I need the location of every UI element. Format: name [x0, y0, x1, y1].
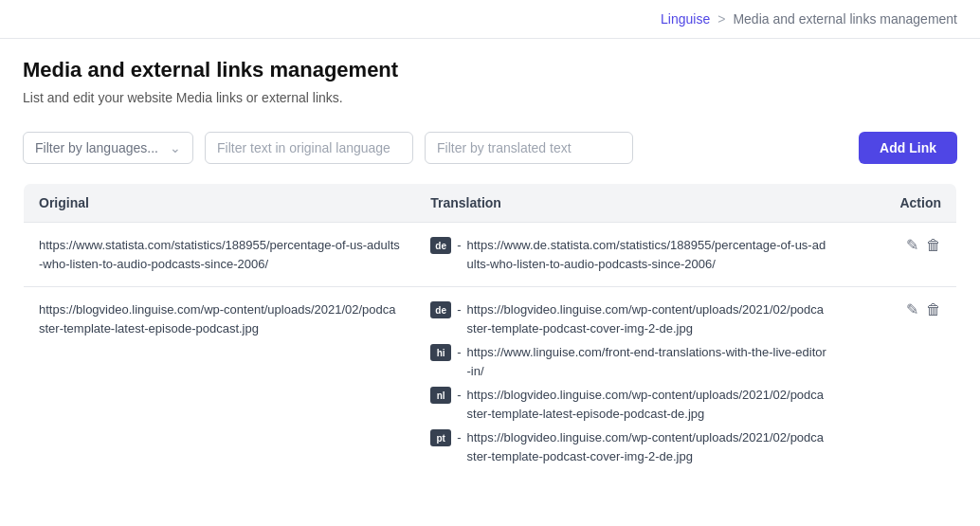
lang-badge: de: [430, 301, 451, 318]
breadcrumb-parent[interactable]: Linguise: [661, 11, 710, 27]
breadcrumb-separator: >: [717, 11, 725, 27]
table-row: https://www.statista.com/statistics/1889…: [24, 223, 957, 287]
translation-dash: -: [457, 386, 461, 405]
original-cell: https://blogvideo.linguise.com/wp-conten…: [24, 287, 416, 480]
language-filter-dropdown[interactable]: Filter by languages... ⌄: [23, 132, 193, 164]
translation-entry: de- https://blogvideo.linguise.com/wp-co…: [430, 300, 829, 337]
lang-badge: de: [430, 237, 451, 254]
page-subtitle: List and edit your website Media links o…: [23, 90, 957, 105]
translation-dash: -: [457, 236, 461, 255]
original-language-filter-input[interactable]: [205, 132, 413, 164]
links-table: Original Translation Action https://www.…: [23, 183, 957, 480]
translation-url[interactable]: https://www.de.statista.com/statistics/1…: [467, 236, 830, 273]
translation-cell: de- https://www.de.statista.com/statisti…: [415, 223, 844, 287]
add-link-button[interactable]: Add Link: [859, 132, 957, 164]
action-cell: ✎🗑: [844, 287, 956, 480]
toolbar: Filter by languages... ⌄ Add Link: [0, 113, 980, 183]
lang-badge: hi: [430, 344, 451, 361]
action-cell: ✎🗑: [844, 223, 956, 287]
links-table-wrapper: Original Translation Action https://www.…: [0, 183, 980, 480]
table-row: https://blogvideo.linguise.com/wp-conten…: [24, 287, 957, 480]
translation-url[interactable]: https://blogvideo.linguise.com/wp-conten…: [467, 300, 830, 337]
original-url[interactable]: https://blogvideo.linguise.com/wp-conten…: [39, 302, 396, 336]
translation-dash: -: [457, 428, 461, 447]
original-url[interactable]: https://www.statista.com/statistics/1889…: [39, 238, 400, 271]
edit-icon[interactable]: ✎: [906, 300, 918, 318]
chevron-down-icon: ⌄: [170, 140, 181, 155]
translation-entry: de- https://www.de.statista.com/statisti…: [430, 236, 829, 273]
translation-url[interactable]: https://blogvideo.linguise.com/wp-conten…: [467, 386, 830, 423]
translated-text-filter-input[interactable]: [425, 132, 633, 164]
column-header-original: Original: [24, 184, 416, 223]
table-header-row: Original Translation Action: [24, 184, 957, 223]
page-header: Media and external links management List…: [0, 39, 980, 113]
lang-badge: pt: [430, 429, 451, 446]
top-bar: Linguise > Media and external links mana…: [0, 0, 980, 39]
translation-entry: nl- https://blogvideo.linguise.com/wp-co…: [430, 386, 829, 423]
translation-entry: pt- https://blogvideo.linguise.com/wp-co…: [430, 428, 829, 465]
column-header-action: Action: [844, 184, 956, 223]
translation-url[interactable]: https://blogvideo.linguise.com/wp-conten…: [467, 428, 830, 465]
delete-icon[interactable]: 🗑: [926, 237, 941, 254]
edit-icon[interactable]: ✎: [906, 236, 918, 254]
lang-badge: nl: [430, 387, 451, 404]
breadcrumb: Linguise > Media and external links mana…: [661, 11, 957, 27]
column-header-translation: Translation: [415, 184, 844, 223]
delete-icon[interactable]: 🗑: [926, 301, 941, 318]
breadcrumb-current: Media and external links management: [733, 11, 957, 27]
translation-dash: -: [457, 300, 461, 319]
translation-cell: de- https://blogvideo.linguise.com/wp-co…: [415, 287, 844, 480]
translation-url[interactable]: https://www.linguise.com/front-end-trans…: [467, 343, 830, 380]
original-cell: https://www.statista.com/statistics/1889…: [24, 223, 416, 287]
page-title: Media and external links management: [23, 58, 957, 82]
action-icons: ✎🗑: [860, 300, 941, 318]
translation-entry: hi- https://www.linguise.com/front-end-t…: [430, 343, 829, 380]
translation-dash: -: [457, 343, 461, 362]
language-filter-label: Filter by languages...: [35, 140, 158, 155]
action-icons: ✎🗑: [860, 236, 941, 254]
